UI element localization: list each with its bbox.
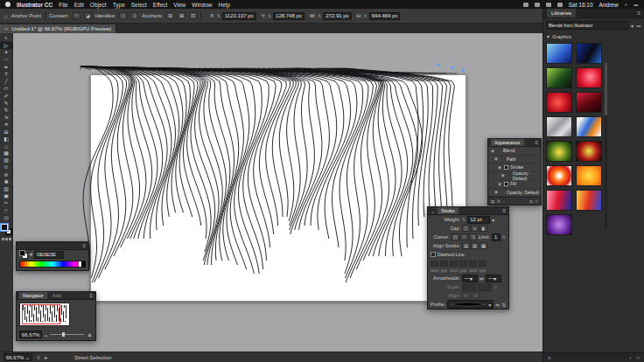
blend-tool[interactable]: ⊚: [0, 171, 13, 178]
corner-button[interactable]: ◹: [469, 233, 477, 240]
appearance-row[interactable]: ◉ Opacity: Default: [488, 172, 541, 181]
clear-appearance-icon[interactable]: ◌: [503, 199, 506, 204]
color-spectrum[interactable]: [19, 261, 86, 268]
tab-libraries[interactable]: Libraries: [547, 9, 576, 17]
graphic-green-blend[interactable]: [546, 67, 572, 88]
visibility-eye-icon[interactable]: ◉: [490, 149, 495, 153]
eyedropper-tool[interactable]: ⊙: [0, 164, 13, 171]
library-dropdown-icon[interactable]: ▾: [631, 23, 634, 29]
perspective-grid-tool[interactable]: △: [0, 143, 13, 150]
dash-field[interactable]: [430, 261, 438, 267]
gap-field[interactable]: [479, 261, 486, 267]
flip-along-icon[interactable]: ⇋: [495, 302, 500, 308]
menu-extra-icon-1[interactable]: [523, 3, 528, 7]
mini-fill-swatch[interactable]: [19, 250, 25, 256]
menu-item[interactable]: Window: [192, 2, 212, 8]
corner-button[interactable]: ◠: [460, 233, 468, 240]
menu-item[interactable]: File: [59, 2, 67, 8]
none-button[interactable]: [9, 238, 11, 240]
fill-swatch[interactable]: [1, 224, 8, 231]
graphic-multi-ribbon[interactable]: [576, 190, 602, 211]
libraries-scrollbar[interactable]: [605, 63, 607, 229]
graphic-purple-blend[interactable]: [546, 214, 572, 235]
graphic-blue-orange-line[interactable]: [576, 116, 602, 137]
graphic-metal-swirl[interactable]: [546, 116, 572, 137]
dashed-line-checkbox[interactable]: [430, 252, 436, 257]
align-stroke-button[interactable]: ▤: [462, 242, 470, 249]
graphic-red-flower[interactable]: [576, 67, 602, 88]
width-profile-select[interactable]: ▾: [447, 300, 494, 309]
hex-input[interactable]: 0E0E0E: [34, 251, 64, 259]
type-tool[interactable]: T: [0, 71, 13, 78]
gap-field[interactable]: [459, 261, 467, 267]
add-content-icon[interactable]: ＋: [628, 356, 633, 360]
visibility-eye-icon[interactable]: ◉: [497, 182, 502, 186]
symbol-sprayer-tool[interactable]: ✽: [0, 178, 13, 185]
align-stroke-button[interactable]: ▦: [480, 242, 487, 249]
document-tab[interactable]: ✕ Untitled-1* @ 66.67% (RGB/GPU Preview): [0, 24, 116, 33]
menu-extra-icon-2[interactable]: [535, 3, 540, 7]
isolate-anchor-button[interactable]: ⊡: [189, 12, 197, 19]
gradient-tool[interactable]: ▨: [0, 157, 13, 164]
close-tab-icon[interactable]: ✕: [4, 26, 8, 31]
graphic-blue-angular[interactable]: [576, 43, 602, 64]
panel-menu-icon[interactable]: ≡: [502, 208, 506, 213]
gradient-button[interactable]: [5, 238, 8, 240]
corner-button[interactable]: ◰: [452, 233, 459, 240]
stepper-icon[interactable]: ⇅: [364, 13, 368, 18]
navigator-thumbnail[interactable]: [19, 303, 70, 326]
graphic-orange-pinwheel[interactable]: [546, 165, 572, 186]
pencil-tool[interactable]: ✎: [0, 100, 13, 107]
pen-tool[interactable]: ✒: [0, 64, 13, 71]
free-transform-tool[interactable]: ⊞: [0, 128, 13, 135]
menu-item[interactable]: Object: [90, 2, 107, 8]
tab-navigator[interactable]: Navigator: [19, 292, 47, 299]
align-stroke-button[interactable]: ▥: [471, 242, 479, 249]
menu-item[interactable]: Type: [113, 2, 125, 8]
zoom-in-icon[interactable]: ▲: [87, 331, 93, 338]
connect-anchor-button[interactable]: ⊞: [178, 12, 186, 19]
duplicate-item-icon[interactable]: ⧉: [529, 199, 532, 204]
convert-smooth-button[interactable]: ◠: [73, 12, 80, 19]
hide-handles-button[interactable]: ⟩: [130, 12, 138, 19]
stepper-icon[interactable]: ⇅: [217, 13, 220, 18]
blend-artwork[interactable]: [77, 61, 468, 306]
battery-icon[interactable]: [546, 3, 551, 7]
selection-tool[interactable]: ↖: [0, 35, 13, 42]
cap-button[interactable]: ◗: [471, 225, 479, 232]
tab-appearance[interactable]: Appearance: [491, 139, 524, 146]
remove-anchor-button[interactable]: ⊟: [166, 12, 174, 19]
scale-end-field[interactable]: [478, 283, 492, 291]
stepper-icon[interactable]: ⇅: [268, 13, 271, 18]
section-collapse-icon[interactable]: ▾: [547, 33, 550, 39]
panel-menu-icon[interactable]: ≡: [535, 140, 538, 145]
collapse-icon[interactable]: ⌄: [430, 208, 435, 214]
graphic-maroon-blend[interactable]: [576, 92, 602, 113]
shape-builder-tool[interactable]: ◧: [0, 136, 13, 143]
slider-thumb[interactable]: [62, 332, 65, 337]
new-stroke-icon[interactable]: ▤: [491, 199, 494, 204]
mini-fill-stroke[interactable]: [19, 250, 28, 259]
menubar-user[interactable]: Andrew: [599, 2, 619, 8]
hand-tool[interactable]: ☞: [0, 207, 13, 214]
align-arrowhead-button-1[interactable]: ⊢: [462, 292, 470, 299]
mesh-tool[interactable]: ▦: [0, 150, 13, 157]
scale-tool[interactable]: ⇲: [0, 114, 13, 121]
weight-dropdown-icon[interactable]: ▾: [492, 217, 494, 223]
scale-start-field[interactable]: [462, 283, 476, 291]
scrollbar-thumb[interactable]: [605, 63, 607, 115]
wifi-icon[interactable]: [557, 3, 563, 7]
delete-icon[interactable]: ▽: [637, 356, 640, 360]
width-tool[interactable]: ≍: [0, 121, 13, 128]
tab-stroke[interactable]: Stroke: [438, 207, 458, 214]
color-button[interactable]: [2, 238, 4, 240]
library-select[interactable]: Blends from Illustrator: [546, 21, 628, 30]
canvas[interactable]: ≡ # 0E0E0E Navigator Info ≡: [13, 33, 542, 352]
panel-menu-icon[interactable]: ≡: [637, 10, 640, 16]
link-scale-icon[interactable]: ∞: [494, 284, 497, 289]
arrowhead-end-select[interactable]: —▾: [486, 275, 501, 282]
artboard-nav-stepper[interactable]: ⇅: [37, 355, 40, 360]
appearance-row[interactable]: ◉ Fill:: [488, 180, 541, 189]
visibility-eye-icon[interactable]: ◉: [500, 173, 505, 178]
gap-field[interactable]: [440, 261, 448, 267]
